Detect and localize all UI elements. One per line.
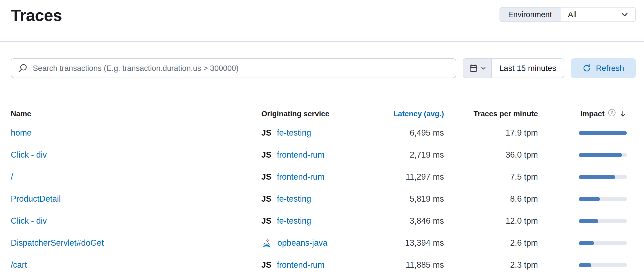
date-picker-quick-select-button[interactable]: Last 15 minutes [492, 59, 564, 78]
tpm-value: 8.6 tpm [444, 194, 538, 204]
latency-value: 3,846 ms [366, 216, 444, 226]
impact-bar [579, 263, 627, 267]
service-link[interactable]: frontend-rum [277, 150, 324, 160]
column-header-traces-per-minute: Traces per minute [444, 110, 538, 118]
latency-value: 13,394 ms [366, 238, 444, 248]
table-row: DispatcherServlet#doGet opbeans-java 13,… [11, 232, 633, 254]
traces-table-body: home JS fe-testing 6,495 ms 17.9 tpm Cli… [11, 122, 633, 276]
impact-bar [579, 153, 627, 157]
impact-bar-fill [579, 241, 594, 245]
js-agent-icon: JS [261, 216, 272, 226]
service-link[interactable]: opbeans-java [277, 238, 327, 248]
js-agent-icon: JS [261, 172, 272, 182]
service-link[interactable]: fe-testing [277, 128, 311, 138]
transaction-name-link[interactable]: /cart [11, 260, 27, 270]
refresh-button[interactable]: Refresh [571, 58, 636, 78]
impact-bar [579, 219, 627, 223]
refresh-button-label: Refresh [596, 64, 624, 73]
latency-value: 5,819 ms [366, 194, 444, 204]
sort-descending-icon [619, 110, 627, 118]
environment-select-value: All [568, 10, 577, 19]
tpm-value: 7.5 tpm [444, 172, 538, 182]
tpm-value: 17.9 tpm [444, 128, 538, 138]
tpm-value: 2.3 tpm [444, 260, 538, 270]
latency-value: 2,719 ms [366, 150, 444, 160]
impact-bar [579, 131, 627, 135]
impact-bar-fill [579, 153, 622, 157]
table-row: Click - div JS fe-testing 3,846 ms 12.0 … [11, 210, 633, 232]
latency-value: 11,885 ms [366, 260, 444, 270]
transaction-name-link[interactable]: / [11, 172, 13, 181]
service-link[interactable]: fe-testing [277, 194, 311, 204]
chevron-down-icon [620, 10, 629, 19]
impact-bar-fill [579, 131, 627, 135]
service-link[interactable]: fe-testing [277, 216, 311, 226]
table-header-row: Name Originating service Latency (avg.) … [11, 106, 633, 122]
latency-value: 6,495 ms [366, 128, 444, 138]
impact-header-label: Impact [580, 110, 605, 118]
impact-bar-fill [579, 219, 598, 223]
search-input[interactable] [33, 64, 449, 73]
tpm-value: 2.6 tpm [444, 238, 538, 248]
table-row: /cart JS frontend-rum 11,885 ms 2.3 tpm [11, 254, 633, 276]
service-link[interactable]: frontend-rum [277, 260, 324, 270]
traces-table: Name Originating service Latency (avg.) … [11, 106, 633, 276]
environment-select[interactable]: Environment All [500, 7, 636, 22]
column-header-originating-service: Originating service [261, 110, 366, 118]
traces-page: Traces Environment All [0, 0, 644, 276]
impact-help-icon[interactable]: ? [608, 109, 616, 116]
tpm-value: 12.0 tpm [444, 216, 538, 226]
transaction-name-link[interactable]: Click - div [11, 216, 47, 226]
page-header: Traces Environment All [0, 0, 644, 42]
environment-select-label: Environment [500, 8, 560, 21]
tpm-value: 36.0 tpm [444, 150, 538, 160]
js-agent-icon: JS [261, 150, 272, 160]
js-agent-icon: JS [261, 194, 272, 204]
column-header-name: Name [11, 110, 261, 118]
column-header-impact[interactable]: Impact ? [538, 109, 633, 119]
search-box [11, 58, 456, 78]
table-row: Click - div JS frontend-rum 2,719 ms 36.… [11, 144, 633, 166]
toolbar: Last 15 minutes Refresh [11, 58, 636, 78]
impact-bar [579, 241, 627, 245]
date-picker-calendar-button[interactable] [463, 59, 492, 78]
impact-bar [579, 197, 627, 201]
transaction-name-link[interactable]: Click - div [11, 150, 47, 159]
js-agent-icon: JS [261, 128, 272, 138]
js-agent-icon: JS [261, 260, 272, 270]
column-header-latency-sort-link[interactable]: Latency (avg.) [393, 110, 444, 118]
transaction-name-link[interactable]: home [11, 128, 32, 137]
table-row: ProductDetail JS fe-testing 5,819 ms 8.6… [11, 188, 633, 210]
page-title: Traces [11, 7, 62, 24]
impact-bar-fill [579, 197, 600, 201]
impact-bar-fill [579, 263, 591, 267]
table-row: home JS fe-testing 6,495 ms 17.9 tpm [11, 122, 633, 144]
java-agent-icon [261, 238, 272, 248]
latency-value: 11,297 ms [366, 172, 444, 182]
date-picker: Last 15 minutes [463, 58, 564, 78]
table-row: / JS frontend-rum 11,297 ms 7.5 tpm [11, 166, 633, 188]
impact-bar-fill [579, 175, 615, 179]
impact-bar [579, 175, 627, 179]
search-icon [18, 63, 27, 73]
transaction-name-link[interactable]: ProductDetail [11, 194, 61, 204]
service-link[interactable]: frontend-rum [277, 172, 324, 182]
chevron-down-icon [480, 65, 486, 71]
refresh-icon [583, 64, 591, 72]
transaction-name-link[interactable]: DispatcherServlet#doGet [11, 238, 104, 248]
calendar-icon [469, 64, 478, 72]
